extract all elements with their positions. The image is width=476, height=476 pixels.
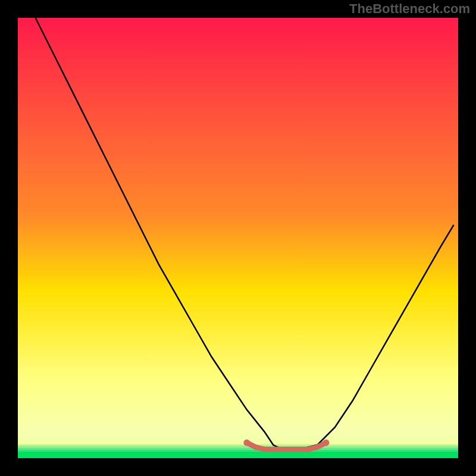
svg-rect-1 (18, 18, 458, 458)
svg-point-7 (243, 440, 250, 446)
svg-rect-6 (18, 452, 458, 458)
chart-svg (0, 0, 476, 476)
svg-rect-5 (18, 450, 458, 452)
bottleneck-chart (0, 0, 476, 476)
svg-rect-4 (18, 448, 458, 450)
svg-rect-2 (18, 444, 458, 446)
svg-point-8 (323, 440, 330, 446)
watermark-text: TheBottleneck.com (349, 1, 470, 17)
svg-rect-3 (18, 446, 458, 448)
